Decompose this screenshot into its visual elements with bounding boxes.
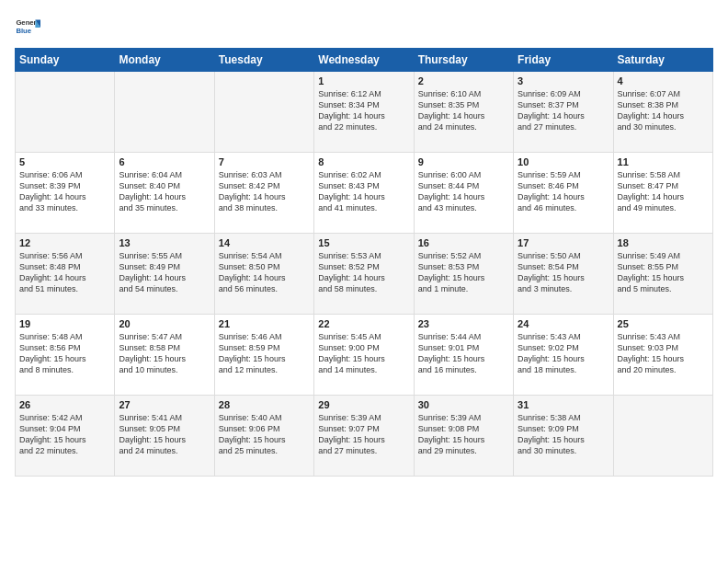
calendar-cell: 20Sunrise: 5:47 AM Sunset: 8:58 PM Dayli… (115, 315, 214, 396)
calendar-cell: 5Sunrise: 6:06 AM Sunset: 8:39 PM Daylig… (16, 153, 115, 234)
day-number: 27 (119, 399, 210, 410)
calendar-cell: 13Sunrise: 5:55 AM Sunset: 8:49 PM Dayli… (115, 234, 214, 315)
day-info: Sunrise: 6:02 AM Sunset: 8:43 PM Dayligh… (318, 169, 409, 214)
header-row: SundayMondayTuesdayWednesdayThursdayFrid… (16, 49, 713, 72)
calendar-cell: 1Sunrise: 6:12 AM Sunset: 8:34 PM Daylig… (314, 72, 414, 153)
day-number: 22 (318, 318, 409, 329)
calendar-cell: 26Sunrise: 5:42 AM Sunset: 9:04 PM Dayli… (16, 396, 115, 477)
day-number: 19 (19, 318, 110, 329)
calendar-header: SundayMondayTuesdayWednesdayThursdayFrid… (16, 49, 713, 72)
calendar-cell: 2Sunrise: 6:10 AM Sunset: 8:35 PM Daylig… (414, 72, 513, 153)
calendar-cell: 24Sunrise: 5:43 AM Sunset: 9:02 PM Dayli… (514, 315, 613, 396)
header-sunday: Sunday (16, 49, 115, 72)
header-saturday: Saturday (613, 49, 712, 72)
header-wednesday: Wednesday (314, 49, 414, 72)
calendar-cell (214, 72, 313, 153)
day-info: Sunrise: 5:45 AM Sunset: 9:00 PM Dayligh… (318, 331, 409, 376)
day-number: 16 (418, 237, 509, 248)
day-info: Sunrise: 5:52 AM Sunset: 8:53 PM Dayligh… (418, 250, 509, 295)
day-number: 30 (418, 399, 509, 410)
calendar-cell: 8Sunrise: 6:02 AM Sunset: 8:43 PM Daylig… (314, 153, 414, 234)
day-number: 25 (618, 318, 709, 329)
calendar-cell: 14Sunrise: 5:54 AM Sunset: 8:50 PM Dayli… (214, 234, 313, 315)
day-number: 3 (518, 75, 609, 86)
day-info: Sunrise: 5:46 AM Sunset: 8:59 PM Dayligh… (219, 331, 310, 376)
calendar-cell: 23Sunrise: 5:44 AM Sunset: 9:01 PM Dayli… (414, 315, 513, 396)
calendar-cell: 29Sunrise: 5:39 AM Sunset: 9:07 PM Dayli… (314, 396, 414, 477)
day-number: 10 (518, 156, 609, 167)
calendar-cell: 4Sunrise: 6:07 AM Sunset: 8:38 PM Daylig… (613, 72, 712, 153)
calendar-cell: 12Sunrise: 5:56 AM Sunset: 8:48 PM Dayli… (16, 234, 115, 315)
page-header: General Blue (15, 15, 713, 40)
day-info: Sunrise: 5:49 AM Sunset: 8:55 PM Dayligh… (618, 250, 709, 295)
calendar-cell: 18Sunrise: 5:49 AM Sunset: 8:55 PM Dayli… (613, 234, 712, 315)
day-info: Sunrise: 5:40 AM Sunset: 9:06 PM Dayligh… (219, 412, 310, 457)
header-thursday: Thursday (414, 49, 513, 72)
calendar-cell: 21Sunrise: 5:46 AM Sunset: 8:59 PM Dayli… (214, 315, 313, 396)
day-info: Sunrise: 5:38 AM Sunset: 9:09 PM Dayligh… (518, 412, 609, 457)
day-info: Sunrise: 5:42 AM Sunset: 9:04 PM Dayligh… (19, 412, 110, 457)
calendar-cell (115, 72, 214, 153)
day-info: Sunrise: 5:47 AM Sunset: 8:58 PM Dayligh… (119, 331, 210, 376)
day-number: 15 (318, 237, 409, 248)
day-number: 20 (119, 318, 210, 329)
day-info: Sunrise: 6:10 AM Sunset: 8:35 PM Dayligh… (418, 88, 509, 133)
day-number: 4 (618, 75, 709, 86)
calendar-cell: 10Sunrise: 5:59 AM Sunset: 8:46 PM Dayli… (514, 153, 613, 234)
day-info: Sunrise: 5:55 AM Sunset: 8:49 PM Dayligh… (119, 250, 210, 295)
day-info: Sunrise: 5:41 AM Sunset: 9:05 PM Dayligh… (119, 412, 210, 457)
day-number: 13 (119, 237, 210, 248)
day-info: Sunrise: 5:43 AM Sunset: 9:03 PM Dayligh… (618, 331, 709, 376)
day-info: Sunrise: 6:12 AM Sunset: 8:34 PM Dayligh… (318, 88, 409, 133)
week-row-4: 19Sunrise: 5:48 AM Sunset: 8:56 PM Dayli… (16, 315, 713, 396)
day-info: Sunrise: 5:48 AM Sunset: 8:56 PM Dayligh… (19, 331, 110, 376)
day-info: Sunrise: 5:59 AM Sunset: 8:46 PM Dayligh… (518, 169, 609, 214)
calendar-cell (16, 72, 115, 153)
day-number: 29 (318, 399, 409, 410)
day-number: 23 (418, 318, 509, 329)
day-number: 26 (19, 399, 110, 410)
day-number: 17 (518, 237, 609, 248)
day-info: Sunrise: 5:39 AM Sunset: 9:07 PM Dayligh… (318, 412, 409, 457)
logo: General Blue (15, 15, 40, 40)
calendar-cell: 9Sunrise: 6:00 AM Sunset: 8:44 PM Daylig… (414, 153, 513, 234)
day-info: Sunrise: 5:44 AM Sunset: 9:01 PM Dayligh… (418, 331, 509, 376)
calendar-cell: 30Sunrise: 5:39 AM Sunset: 9:08 PM Dayli… (414, 396, 513, 477)
day-number: 8 (318, 156, 409, 167)
day-number: 7 (219, 156, 310, 167)
week-row-2: 5Sunrise: 6:06 AM Sunset: 8:39 PM Daylig… (16, 153, 713, 234)
calendar-cell: 17Sunrise: 5:50 AM Sunset: 8:54 PM Dayli… (514, 234, 613, 315)
header-monday: Monday (115, 49, 214, 72)
day-number: 21 (219, 318, 310, 329)
calendar-cell: 16Sunrise: 5:52 AM Sunset: 8:53 PM Dayli… (414, 234, 513, 315)
calendar-cell: 28Sunrise: 5:40 AM Sunset: 9:06 PM Dayli… (214, 396, 313, 477)
day-info: Sunrise: 6:04 AM Sunset: 8:40 PM Dayligh… (119, 169, 210, 214)
calendar-cell: 27Sunrise: 5:41 AM Sunset: 9:05 PM Dayli… (115, 396, 214, 477)
calendar-cell: 25Sunrise: 5:43 AM Sunset: 9:03 PM Dayli… (613, 315, 712, 396)
day-info: Sunrise: 5:58 AM Sunset: 8:47 PM Dayligh… (618, 169, 709, 214)
calendar-cell: 31Sunrise: 5:38 AM Sunset: 9:09 PM Dayli… (514, 396, 613, 477)
logo-icon: General Blue (15, 15, 40, 40)
day-number: 18 (618, 237, 709, 248)
calendar-cell: 15Sunrise: 5:53 AM Sunset: 8:52 PM Dayli… (314, 234, 414, 315)
day-info: Sunrise: 6:07 AM Sunset: 8:38 PM Dayligh… (618, 88, 709, 133)
calendar-cell: 22Sunrise: 5:45 AM Sunset: 9:00 PM Dayli… (314, 315, 414, 396)
week-row-1: 1Sunrise: 6:12 AM Sunset: 8:34 PM Daylig… (16, 72, 713, 153)
calendar-cell: 7Sunrise: 6:03 AM Sunset: 8:42 PM Daylig… (214, 153, 313, 234)
day-number: 14 (219, 237, 310, 248)
calendar-cell: 19Sunrise: 5:48 AM Sunset: 8:56 PM Dayli… (16, 315, 115, 396)
calendar-cell: 11Sunrise: 5:58 AM Sunset: 8:47 PM Dayli… (613, 153, 712, 234)
day-number: 9 (418, 156, 509, 167)
day-info: Sunrise: 5:56 AM Sunset: 8:48 PM Dayligh… (19, 250, 110, 295)
header-friday: Friday (514, 49, 613, 72)
day-info: Sunrise: 5:39 AM Sunset: 9:08 PM Dayligh… (418, 412, 509, 457)
header-tuesday: Tuesday (214, 49, 313, 72)
day-number: 11 (618, 156, 709, 167)
week-row-3: 12Sunrise: 5:56 AM Sunset: 8:48 PM Dayli… (16, 234, 713, 315)
calendar-cell (613, 396, 712, 477)
calendar-cell: 6Sunrise: 6:04 AM Sunset: 8:40 PM Daylig… (115, 153, 214, 234)
day-number: 5 (19, 156, 110, 167)
day-info: Sunrise: 5:43 AM Sunset: 9:02 PM Dayligh… (518, 331, 609, 376)
day-number: 24 (518, 318, 609, 329)
calendar-body: 1Sunrise: 6:12 AM Sunset: 8:34 PM Daylig… (16, 72, 713, 477)
